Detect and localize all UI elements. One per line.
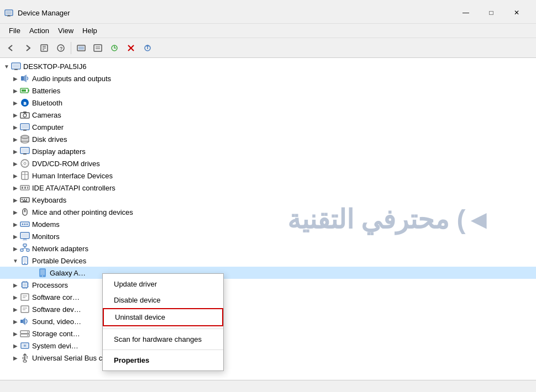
- tree-item-mice[interactable]: ▶ Mice and other pointing devices: [0, 206, 536, 218]
- context-properties[interactable]: Properties: [103, 352, 223, 368]
- menu-file[interactable]: File: [4, 25, 25, 36]
- svg-rect-35: [22, 125, 28, 129]
- svg-rect-24: [21, 76, 24, 81]
- tree-item-batteries[interactable]: ▶ Batteries: [0, 84, 536, 97]
- maximize-button[interactable]: □: [479, 4, 504, 21]
- tree-item-disk[interactable]: ▶ Disk drives: [0, 133, 536, 145]
- scan-button[interactable]: [107, 40, 122, 56]
- svg-point-65: [24, 224, 26, 225]
- tree-item-network[interactable]: ▶ Network adapters: [0, 242, 536, 255]
- audio-chevron[interactable]: ▶: [11, 74, 20, 83]
- softwaredev-chevron[interactable]: ▶: [11, 305, 20, 314]
- svg-rect-1: [6, 11, 12, 14]
- monitors-chevron[interactable]: ▶: [11, 232, 20, 241]
- tree-item-portable[interactable]: ▼ Portable Devices: [0, 255, 536, 267]
- batteries-chevron[interactable]: ▶: [11, 86, 20, 95]
- root-chevron[interactable]: ▼: [2, 62, 11, 71]
- svg-rect-103: [20, 320, 23, 323]
- bluetooth-chevron[interactable]: ▶: [11, 98, 20, 107]
- tree-item-processors[interactable]: ▶ Proces: [0, 279, 536, 291]
- display-chevron[interactable]: ▶: [11, 147, 20, 156]
- svg-point-40: [21, 135, 29, 139]
- status-bar: [0, 380, 536, 392]
- bluetooth-label: Bluetooth: [32, 99, 62, 107]
- storage-chevron[interactable]: ▶: [11, 329, 20, 338]
- tree-item-storage[interactable]: ▶ Storage cont…: [0, 327, 536, 340]
- svg-rect-57: [24, 199, 25, 200]
- tree-item-computer[interactable]: ▶ Computer: [0, 121, 536, 133]
- svg-text:?: ?: [60, 46, 63, 51]
- tree-item-softwarecor[interactable]: ▶ Software cor…: [0, 291, 536, 303]
- menu-action[interactable]: Action: [25, 25, 54, 36]
- remove-button[interactable]: [123, 40, 139, 56]
- hid-icon: [20, 171, 30, 181]
- svg-rect-68: [22, 234, 28, 237]
- svg-point-64: [22, 224, 24, 225]
- svg-rect-72: [20, 249, 23, 251]
- show-hidden-button[interactable]: [73, 40, 89, 56]
- svg-point-107: [27, 332, 28, 333]
- processor-icon: [20, 280, 30, 290]
- svg-point-79: [24, 263, 25, 264]
- ide-chevron[interactable]: ▶: [11, 183, 20, 192]
- tree-item-modems[interactable]: ▶ Modems: [0, 218, 536, 230]
- menu-view[interactable]: View: [54, 25, 78, 36]
- svg-rect-56: [22, 199, 23, 200]
- show-all-button[interactable]: [90, 40, 106, 56]
- device-tree[interactable]: ▼ DESKTOP-PAL5IJ6 ▶ Audio: [0, 58, 536, 380]
- tree-item-systemdev[interactable]: ▶ System devi…: [0, 340, 536, 352]
- help-button[interactable]: ?: [53, 40, 69, 56]
- systemdev-label: System devi…: [32, 342, 78, 350]
- hid-chevron[interactable]: ▶: [11, 171, 20, 180]
- context-scan-changes[interactable]: Scan for hardware changes: [103, 331, 223, 347]
- context-uninstall-device[interactable]: Uninstall device: [103, 308, 223, 326]
- forward-button[interactable]: [20, 40, 35, 56]
- systemdev-chevron[interactable]: ▶: [11, 341, 20, 350]
- mice-chevron[interactable]: ▶: [11, 208, 20, 216]
- keyboards-chevron[interactable]: ▶: [11, 195, 20, 204]
- minimize-button[interactable]: —: [453, 4, 479, 21]
- cameras-chevron[interactable]: ▶: [11, 110, 20, 119]
- tree-item-cameras[interactable]: ▶ Cameras: [0, 109, 536, 121]
- svg-line-76: [25, 248, 28, 249]
- tree-item-audio[interactable]: ▶ Audio inputs and outputs: [0, 72, 536, 84]
- dvd-chevron[interactable]: ▶: [11, 159, 20, 168]
- disk-chevron[interactable]: ▶: [11, 135, 20, 144]
- tree-item-dvd[interactable]: ▶ DVD/CD-ROM drives: [0, 157, 536, 169]
- cameras-label: Cameras: [32, 111, 61, 119]
- galaxy-icon: [38, 268, 48, 278]
- back-button[interactable]: [3, 40, 19, 56]
- camera-icon: [20, 110, 30, 120]
- tree-root[interactable]: ▼ DESKTOP-PAL5IJ6: [0, 60, 536, 72]
- close-button[interactable]: ✕: [504, 4, 529, 21]
- audio-icon: [20, 73, 30, 83]
- title-bar-controls: — □ ✕: [453, 4, 529, 21]
- menu-help[interactable]: Help: [78, 25, 102, 36]
- svg-marker-25: [24, 75, 27, 82]
- tree-item-monitors[interactable]: ▶ Monitors: [0, 230, 536, 242]
- context-disable-device[interactable]: Disable device: [103, 292, 223, 308]
- tree-item-display[interactable]: ▶ Display adapters: [0, 145, 536, 157]
- tree-item-sound[interactable]: ▶ Sound, video…: [0, 315, 536, 327]
- softwarecor-chevron[interactable]: ▶: [11, 293, 20, 301]
- keyboards-label: Keyboards: [32, 196, 66, 204]
- tree-item-usb[interactable]: ▶ Universal Serial Bus controllers: [0, 352, 536, 364]
- context-update-driver[interactable]: Update driver: [103, 276, 223, 292]
- computer-chevron[interactable]: ▶: [11, 123, 20, 131]
- processors-chevron[interactable]: ▶: [11, 280, 20, 289]
- properties-button[interactable]: [36, 40, 52, 56]
- sound-chevron[interactable]: ▶: [11, 317, 20, 326]
- usb-chevron[interactable]: ▶: [11, 353, 20, 362]
- tree-item-ide[interactable]: ▶ IDE ATA/ATAPI controllers: [0, 182, 536, 194]
- modems-chevron[interactable]: ▶: [11, 220, 20, 229]
- tree-item-keyboards[interactable]: ▶ Keyboards: [0, 194, 536, 206]
- tree-item-hid[interactable]: ▶ Human Interface Devices: [0, 169, 536, 182]
- tree-item-softwaredev[interactable]: ▶ Software dev…: [0, 303, 536, 315]
- tree-item-bluetooth[interactable]: ▶ ʙ Bluetooth: [0, 97, 536, 109]
- svg-rect-53: [24, 187, 26, 189]
- update-button[interactable]: [140, 40, 155, 56]
- portable-chevron[interactable]: ▼: [11, 256, 20, 265]
- network-chevron[interactable]: ▶: [11, 244, 20, 253]
- tree-item-galaxy[interactable]: ▶ Galaxy A…: [0, 267, 536, 279]
- portable-icon: [20, 256, 30, 266]
